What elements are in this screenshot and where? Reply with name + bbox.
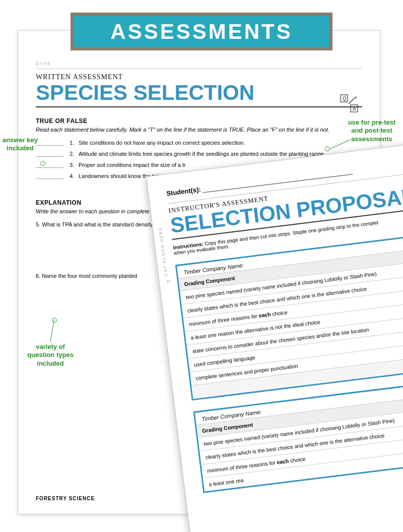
question-number: 4. [70,173,79,179]
true-false-heading: TRUE OR FALSE [36,117,362,125]
callout-question-types: variety ofquestion typesincluded [23,343,78,368]
question-number: 6. [36,273,40,279]
tf-question-row: 1. Site conditions do not have any impac… [36,140,362,146]
sheet-footer: FORESTRY SCIENCE [36,496,95,501]
true-false-instructions: Read each statement below carefully. Mar… [36,127,362,133]
scissors-icon: ✄ [166,278,171,284]
header-banner: ASSESSMENTS [71,13,332,50]
answer-blank[interactable] [36,173,63,179]
callout-marker-icon [325,146,330,151]
divider-heavy [36,106,362,107]
quiz-pencil-icon: Q A [340,94,360,114]
question-number: 2. [70,151,79,157]
svg-marker-5 [355,96,357,98]
written-overline: WRITTEN ASSESSMENT [36,73,362,81]
instructor-rubric-sheet-wrap: Student(s): INSTRUCTOR'S ASSESSMENT SELE… [146,134,403,532]
question-text: What is TPA and what is the standard den… [42,221,153,227]
svg-text:Q: Q [343,96,347,101]
student-label: Student(s): [166,186,202,197]
question-text: Site conditions do not have any impact o… [79,140,362,146]
species-title: SPECIES SELECTION [36,82,362,103]
question-number: 1. [70,140,79,146]
question-number: 5. [36,221,40,227]
question-text: Name the four most commonly planted [42,273,137,279]
cut-along-label: CUT ALONG HERE [158,226,168,276]
svg-text:A: A [353,106,356,111]
date-label: DATE [36,61,362,66]
banner-title: ASSESSMENTS [110,20,292,44]
callout-marker-icon [40,161,45,166]
instructor-rubric-sheet: Student(s): INSTRUCTOR'S ASSESSMENT SELE… [146,134,403,532]
svg-line-4 [349,98,355,104]
callout-pretest-posttest: use for pre-testand post-testassessments [342,119,402,143]
rubric-box: Timber Company Name: Grading Component t… [175,226,403,401]
divider [36,69,362,69]
question-number: 3. [70,162,79,168]
callout-answer-key: answer keyincluded [0,136,40,153]
